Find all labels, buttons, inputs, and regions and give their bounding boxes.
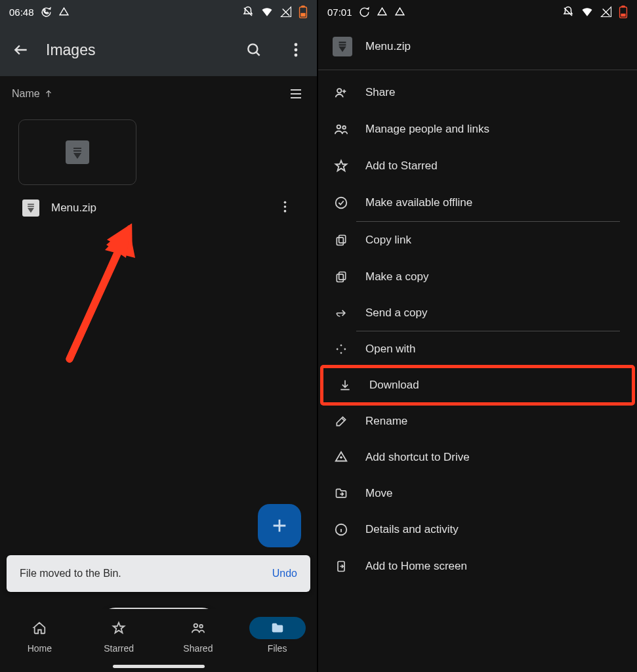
menu-label: Add shortcut to Drive <box>365 451 470 464</box>
zip-file-mini-icon <box>22 200 39 217</box>
svg-point-6 <box>295 54 298 57</box>
menu-rename[interactable]: Rename <box>318 404 637 439</box>
left-phone: 06:48 Images <box>0 0 318 672</box>
zip-file-icon <box>333 37 352 56</box>
menu-label: Rename <box>365 415 407 428</box>
menu-details[interactable]: Details and activity <box>318 511 637 548</box>
whatsapp-icon <box>359 7 370 18</box>
svg-point-8 <box>284 201 287 203</box>
snackbar-message: File moved to the Bin. <box>20 568 121 579</box>
svg-line-11 <box>70 240 123 359</box>
svg-rect-20 <box>621 14 625 17</box>
sort-row: Name <box>0 76 317 112</box>
menu-share[interactable]: Share <box>318 74 637 111</box>
search-button[interactable] <box>245 41 263 59</box>
home-screen-icon <box>333 559 350 574</box>
menu-copy-link[interactable]: Copy link <box>318 222 637 259</box>
svg-point-17 <box>199 625 203 628</box>
svg-rect-1 <box>301 5 304 7</box>
nav-home-label: Home <box>11 643 68 654</box>
sort-label: Name <box>12 88 40 100</box>
share-icon <box>333 85 350 100</box>
file-thumbnail[interactable] <box>18 119 136 185</box>
status-time: 06:48 <box>9 7 34 18</box>
menu-label: Add to Home screen <box>365 560 467 573</box>
menu-label: Copy link <box>365 234 411 247</box>
menu-label: Send a copy <box>365 306 428 320</box>
nav-files[interactable]: Files <box>249 617 306 654</box>
svg-line-14 <box>70 238 125 359</box>
wifi-icon <box>260 6 274 18</box>
svg-point-16 <box>194 624 197 628</box>
menu-send-copy[interactable]: Send a copy <box>318 295 637 331</box>
nav-home[interactable]: Home <box>11 617 68 654</box>
snackbar-undo-button[interactable]: Undo <box>272 568 297 579</box>
svg-point-10 <box>284 209 287 212</box>
svg-point-23 <box>342 126 346 129</box>
fab-new-button[interactable] <box>258 504 301 547</box>
offline-icon <box>333 196 350 210</box>
bottom-nav: Home Starred Shared Files <box>0 609 317 672</box>
star-icon <box>112 621 126 635</box>
svg-rect-19 <box>621 5 625 7</box>
svg-rect-27 <box>339 272 346 280</box>
menu-label: Open with <box>365 343 416 356</box>
svg-rect-26 <box>337 238 343 245</box>
home-icon <box>32 621 47 635</box>
people-icon <box>333 122 350 136</box>
svg-point-22 <box>337 125 341 129</box>
move-icon <box>333 487 350 500</box>
sort-button[interactable]: Name <box>12 88 53 100</box>
svg-point-3 <box>248 44 257 53</box>
menu-manage-people[interactable]: Manage people and links <box>318 111 637 148</box>
dnd-icon <box>242 6 254 18</box>
action-menu: Share Manage people and links Add to Sta… <box>318 70 637 589</box>
rename-icon <box>333 415 350 428</box>
view-toggle-button[interactable] <box>287 85 305 103</box>
menu-add-shortcut[interactable]: Add shortcut to Drive <box>318 439 637 476</box>
status-left: 06:48 <box>9 7 70 18</box>
menu-label: Details and activity <box>365 523 459 536</box>
file-name: Menu.zip <box>51 201 96 215</box>
nav-shared-label: Shared <box>170 643 226 654</box>
status-right <box>242 5 308 18</box>
svg-point-5 <box>295 49 298 52</box>
shortcut-icon <box>333 450 350 465</box>
sort-arrow-icon <box>44 89 53 98</box>
svg-point-21 <box>337 89 341 93</box>
svg-point-4 <box>295 43 298 47</box>
svg-rect-25 <box>339 236 346 243</box>
file-grid: Menu.zip <box>0 112 317 224</box>
snackbar: File moved to the Bin. Undo <box>7 555 310 592</box>
status-time: 07:01 <box>327 7 352 18</box>
menu-label: Make available offline <box>365 196 472 209</box>
menu-label: Share <box>365 86 395 99</box>
svg-point-9 <box>284 205 287 208</box>
nav-starred[interactable]: Starred <box>91 617 147 654</box>
menu-move[interactable]: Move <box>318 476 637 511</box>
menu-label: Move <box>365 487 393 500</box>
copy-link-icon <box>333 233 350 247</box>
svg-rect-2 <box>300 13 305 16</box>
whatsapp-icon <box>41 7 52 18</box>
menu-add-starred[interactable]: Add to Starred <box>318 148 637 184</box>
battery-icon <box>298 5 308 18</box>
signal-icon <box>600 6 612 18</box>
svg-marker-13 <box>105 225 135 258</box>
menu-offline[interactable]: Make available offline <box>318 184 637 221</box>
signal-icon <box>280 6 292 18</box>
menu-add-home-screen[interactable]: Add to Home screen <box>318 548 637 585</box>
overflow-button[interactable] <box>287 41 305 59</box>
file-overflow-button[interactable] <box>283 200 295 217</box>
file-row[interactable]: Menu.zip <box>18 185 298 217</box>
menu-download[interactable]: Download <box>322 367 633 404</box>
menu-label: Make a copy <box>365 270 428 284</box>
menu-label: Add to Starred <box>365 159 438 173</box>
dnd-icon <box>562 6 574 18</box>
menu-open-with[interactable]: Open with <box>318 331 637 367</box>
nav-starred-label: Starred <box>91 643 147 654</box>
nav-shared[interactable]: Shared <box>170 617 226 654</box>
status-bar: 06:48 <box>0 0 317 24</box>
menu-make-copy[interactable]: Make a copy <box>318 259 637 295</box>
back-button[interactable] <box>12 41 30 59</box>
